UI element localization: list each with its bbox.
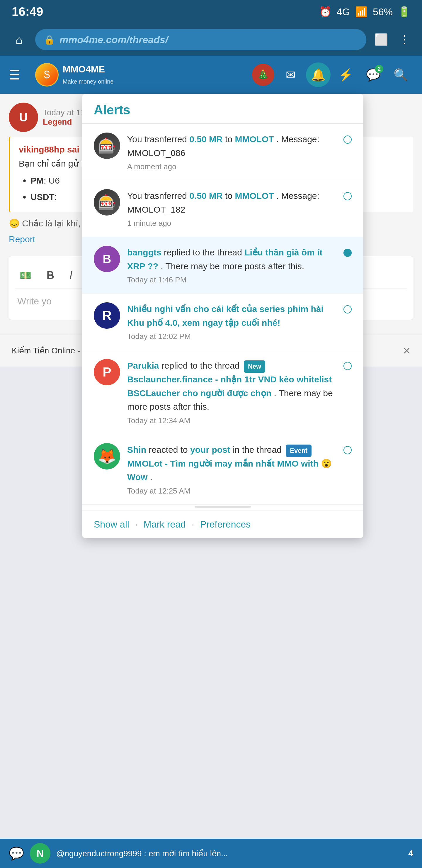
- alert-text-3: banggts replied to the thread Liều thân …: [127, 246, 336, 273]
- transfer-dest-2[interactable]: MMOLOT: [235, 191, 274, 200]
- transfer-amount-1: 0.50 MR: [189, 134, 222, 144]
- nav-conversations[interactable]: 💬 2: [361, 62, 386, 87]
- alert-read-dot-2[interactable]: [344, 192, 352, 200]
- alerts-header: Alerts: [82, 94, 363, 124]
- alert-text-6: Shin reacted to your post in the thread …: [127, 443, 336, 484]
- transfer-prefix-1: You trasnferred: [127, 134, 189, 144]
- user-avatar: 🎄: [252, 64, 274, 86]
- logo-text: MMO4ME Make money online: [63, 64, 113, 86]
- bottom-notification-bar: 💬 N @nguyenductrong9999 : em mới tìm hiể…: [0, 839, 422, 868]
- usdt-label: USDT: [30, 192, 55, 202]
- logo-icon: $: [35, 63, 59, 87]
- site-header: ☰ $ MMO4ME Make money online 🎄 ✉ 🔔 ⚡ 💬 2…: [0, 56, 422, 94]
- nav-avatar[interactable]: 🎄: [251, 62, 275, 87]
- pm-label: PM: [30, 176, 44, 185]
- alert-read-dot-5[interactable]: [344, 362, 352, 370]
- hamburger-menu[interactable]: ☰: [9, 67, 26, 83]
- replied-text-3: replied to the thread: [164, 248, 245, 257]
- url-bold: mmo4me.com: [60, 34, 127, 45]
- alert-text-1: You trasnferred 0.50 MR to MMOLOT . Mess…: [127, 132, 336, 160]
- reacted-text-6: reacted to: [149, 445, 190, 455]
- alert-time-2: 1 minute ago: [127, 219, 336, 228]
- preferences-link[interactable]: Preferences: [200, 519, 251, 530]
- nav-search[interactable]: 🔍: [389, 62, 413, 87]
- nav-mail[interactable]: ✉: [279, 62, 303, 87]
- user-banggts[interactable]: banggts: [127, 248, 161, 257]
- alert-body-5: Parukia replied to the thread New Bsclau…: [127, 359, 336, 425]
- alert-text-4: Nhiều nghi vấn cho cái kết của series ph…: [127, 302, 336, 330]
- transfer-amount-2: 0.50 MR: [189, 191, 222, 200]
- post-author-link[interactable]: viking88hp sai: [19, 145, 79, 154]
- bold-button[interactable]: B: [42, 267, 59, 284]
- user-shin[interactable]: Shin: [127, 445, 146, 455]
- signal-bars-icon: 📶: [355, 6, 367, 18]
- status-time: 16:49: [12, 5, 43, 19]
- alert-time-4: Today at 12:02 PM: [127, 332, 336, 341]
- thread-link-6[interactable]: MMOLot - Tìm người may mắn nhất MMO with: [127, 459, 321, 468]
- reaction-wow: Wow: [127, 472, 148, 482]
- new-badge-5: New: [244, 361, 265, 373]
- in-thread-text-6: in the thread: [233, 445, 284, 455]
- alert-text-5: Parukia replied to the thread New Bsclau…: [127, 359, 336, 414]
- notif-count: 4: [408, 848, 413, 858]
- replied-text-5: replied to the thread: [161, 361, 242, 370]
- alert-avatar-parukia: P: [94, 359, 120, 385]
- thread-link-4[interactable]: Nhiều nghi vấn cho cái kết của series ph…: [127, 304, 324, 328]
- status-bar: 16:49 ⏰ 4G 📶 56% 🔋: [0, 0, 422, 24]
- chat-bubble-icon: 💬: [9, 846, 24, 861]
- alert-time-3: Today at 1:46 PM: [127, 275, 336, 284]
- browser-bar: ⌂ 🔒 mmo4me.com/threads/ ⬜ ⋮: [0, 24, 422, 56]
- alert-avatar-mmolot2: 🎰: [94, 189, 120, 216]
- sep-2: ·: [192, 519, 194, 530]
- your-post-link[interactable]: your post: [190, 445, 230, 455]
- alert-item: R Nhiều nghi vấn cho cái kết của series …: [82, 293, 363, 350]
- alerts-footer: Show all · Mark read · Preferences: [82, 510, 363, 538]
- tab-button[interactable]: ⬜: [372, 31, 390, 49]
- bottom-notif-text: @nguyenductrong9999 : em mới tìm hiểu lê…: [56, 849, 402, 858]
- home-button[interactable]: ⌂: [9, 29, 29, 50]
- main-content: U Today at 11:03 AM Legend viking88hp sa…: [0, 94, 422, 367]
- alarm-icon: ⏰: [319, 6, 331, 18]
- alert-avatar-remitano: R: [94, 302, 120, 329]
- usdt-value: :: [55, 192, 57, 202]
- editor-money-icon[interactable]: 💵: [15, 268, 36, 283]
- mark-read-link[interactable]: Mark read: [143, 519, 186, 530]
- transfer-to-1: to: [225, 134, 235, 144]
- alert-body-2: You trasnferred 0.50 MR to MMOLOT . Mess…: [127, 189, 336, 228]
- report-link[interactable]: Report: [9, 234, 35, 244]
- url-bar[interactable]: 🔒 mmo4me.com/threads/: [35, 29, 366, 50]
- logo-area: $ MMO4ME Make money online: [35, 63, 113, 87]
- nav-alerts[interactable]: 🔔: [306, 62, 331, 87]
- notif-user-avatar: N: [30, 843, 51, 864]
- alert-read-dot-1[interactable]: [344, 135, 352, 144]
- reaction-period-6: .: [150, 472, 152, 482]
- battery-text: 56%: [373, 6, 393, 18]
- conversations-badge: 2: [375, 65, 383, 73]
- alert-read-dot-4[interactable]: [344, 305, 352, 313]
- notif-message: : em mới tìm hiểu lên...: [144, 849, 228, 858]
- more-posts-3: . There may be more posts after this.: [161, 261, 304, 271]
- browser-actions: ⬜ ⋮: [372, 31, 413, 49]
- alert-unread-dot-3[interactable]: [344, 249, 352, 257]
- alert-item: P Parukia replied to the thread New Bscl…: [82, 350, 363, 434]
- nav-whats-new[interactable]: ⚡: [333, 62, 358, 87]
- transfer-dest-1[interactable]: MMOLOT: [235, 134, 274, 144]
- alert-body-6: Shin reacted to your post in the thread …: [127, 443, 336, 496]
- alert-item: 🎰 You trasnferred 0.50 MR to MMOLOT . Me…: [82, 180, 363, 237]
- show-all-link[interactable]: Show all: [94, 519, 129, 530]
- alert-item: 🦊 Shin reacted to your post in the threa…: [82, 434, 363, 505]
- reaction-emoji-6: 😮: [321, 459, 332, 468]
- alert-avatar-banggts: B: [94, 246, 120, 272]
- network-icon: 4G: [337, 6, 350, 18]
- logo-tagline: Make money online: [63, 78, 113, 85]
- italic-button[interactable]: I: [65, 267, 77, 284]
- more-button[interactable]: ⋮: [396, 31, 413, 49]
- alert-avatar-shin: 🦊: [94, 443, 120, 469]
- url-text: mmo4me.com/threads/: [60, 34, 168, 45]
- alert-time-5: Today at 12:34 AM: [127, 416, 336, 425]
- user-parukia[interactable]: Parukia: [127, 361, 159, 370]
- alert-text-2: You trasnferred 0.50 MR to MMOLOT . Mess…: [127, 189, 336, 216]
- alerts-title: Alerts: [94, 103, 130, 117]
- alert-read-dot-6[interactable]: [344, 446, 352, 454]
- push-close-button[interactable]: ×: [403, 344, 410, 358]
